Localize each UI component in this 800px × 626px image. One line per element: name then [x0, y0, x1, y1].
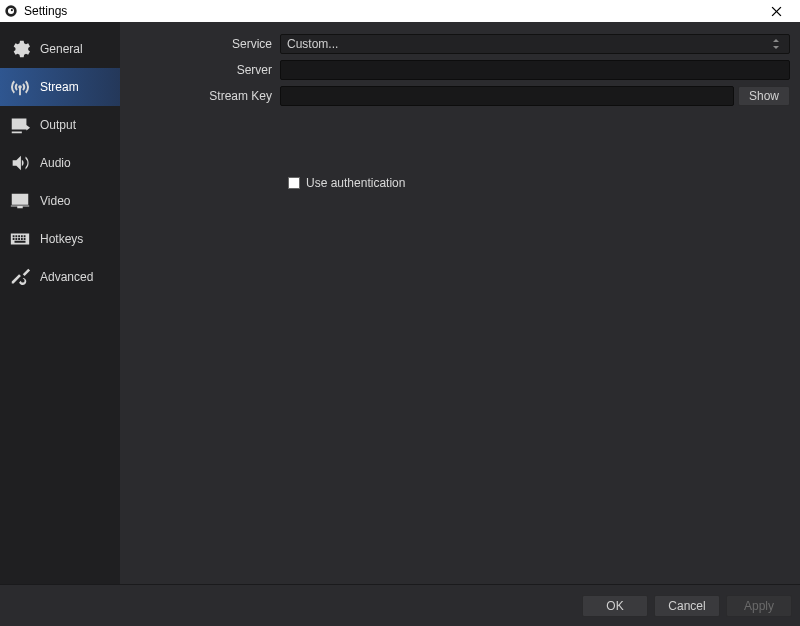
window-body: General Stream Output Audio Video — [0, 22, 800, 584]
ok-button[interactable]: OK — [582, 595, 648, 617]
close-button[interactable] — [756, 0, 796, 22]
sidebar-item-label: Output — [40, 118, 76, 132]
sidebar-item-label: Video — [40, 194, 70, 208]
use-auth-row: Use authentication — [288, 176, 790, 190]
service-label: Service — [130, 37, 280, 51]
sidebar-item-label: Audio — [40, 156, 71, 170]
sidebar-item-general[interactable]: General — [0, 30, 120, 68]
server-row: Server — [130, 60, 790, 80]
service-select[interactable]: Custom... — [280, 34, 790, 54]
monitor-icon — [8, 189, 32, 213]
output-icon — [8, 113, 32, 137]
app-icon — [4, 4, 18, 18]
sidebar-item-label: Advanced — [40, 270, 93, 284]
settings-sidebar: General Stream Output Audio Video — [0, 22, 120, 584]
show-button[interactable]: Show — [738, 86, 790, 106]
svg-point-1 — [8, 8, 14, 14]
sidebar-item-advanced[interactable]: Advanced — [0, 258, 120, 296]
sidebar-item-label: Stream — [40, 80, 79, 94]
svg-point-2 — [11, 9, 13, 11]
streamkey-label: Stream Key — [130, 89, 280, 103]
streamkey-row: Stream Key Show — [130, 86, 790, 106]
sidebar-item-audio[interactable]: Audio — [0, 144, 120, 182]
sidebar-item-label: Hotkeys — [40, 232, 83, 246]
sidebar-item-stream[interactable]: Stream — [0, 68, 120, 106]
server-label: Server — [130, 63, 280, 77]
service-value: Custom... — [287, 37, 338, 51]
server-input[interactable] — [280, 60, 790, 80]
apply-button[interactable]: Apply — [726, 595, 792, 617]
select-spinner-icon — [771, 38, 783, 50]
keyboard-icon — [8, 227, 32, 251]
tools-icon — [8, 265, 32, 289]
title-bar: Settings — [0, 0, 800, 22]
streamkey-input[interactable] — [280, 86, 734, 106]
sidebar-item-label: General — [40, 42, 83, 56]
window-title: Settings — [24, 4, 67, 18]
sidebar-item-video[interactable]: Video — [0, 182, 120, 220]
settings-content: Service Custom... Server Stream Key Show — [120, 22, 800, 584]
antenna-icon — [8, 75, 32, 99]
sidebar-item-output[interactable]: Output — [0, 106, 120, 144]
dialog-footer: OK Cancel Apply — [0, 584, 800, 626]
service-row: Service Custom... — [130, 34, 790, 54]
use-auth-checkbox[interactable] — [288, 177, 300, 189]
gear-icon — [8, 37, 32, 61]
sidebar-item-hotkeys[interactable]: Hotkeys — [0, 220, 120, 258]
use-auth-label: Use authentication — [306, 176, 405, 190]
speaker-icon — [8, 151, 32, 175]
cancel-button[interactable]: Cancel — [654, 595, 720, 617]
